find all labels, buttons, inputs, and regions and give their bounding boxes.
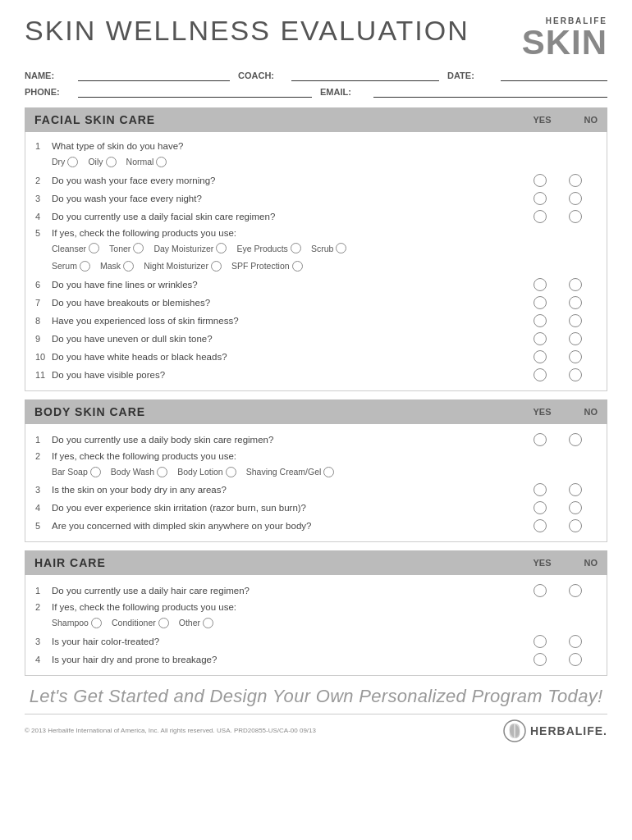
facial-q7-no[interactable] xyxy=(569,296,582,309)
mask-circle[interactable] xyxy=(123,261,134,272)
facial-q3-yes[interactable] xyxy=(534,192,547,205)
facial-q7-yes[interactable] xyxy=(534,296,547,309)
hair-no-label: NO xyxy=(584,558,598,568)
day-moisturizer-circle[interactable] xyxy=(216,243,227,253)
phone-label: PHONE: xyxy=(25,87,70,97)
page-title: SKIN WELLNESS EVALUATION xyxy=(25,16,469,44)
facial-q10-yes[interactable] xyxy=(534,350,547,363)
facial-q10-circles xyxy=(523,350,597,363)
body-q5-yes[interactable] xyxy=(534,519,547,532)
facial-q4-no[interactable] xyxy=(569,210,582,223)
facial-q4-circles xyxy=(523,210,597,223)
facial-q2-circles xyxy=(523,174,597,187)
body-q4-yes[interactable] xyxy=(534,501,547,514)
body-q4-no[interactable] xyxy=(569,501,582,514)
body-q3-yes[interactable] xyxy=(534,483,547,496)
facial-q5-products-row1: Cleanser Toner Day Moisturizer Eye Produ… xyxy=(35,240,597,258)
facial-q2-yes[interactable] xyxy=(534,174,547,187)
cleanser-circle[interactable] xyxy=(89,243,99,253)
facial-section: FACIAL SKIN CARE YES NO 1 What type of s… xyxy=(25,107,607,391)
form-row-phone: PHONE: EMAIL: xyxy=(25,86,607,98)
hair-q3: 3 Is your hair color-treated? xyxy=(35,632,597,651)
facial-q6-no[interactable] xyxy=(569,278,582,291)
bar-soap-circle[interactable] xyxy=(90,467,101,477)
hair-q2: 2 If yes, check the following products y… xyxy=(35,600,597,614)
hair-q3-no[interactable] xyxy=(569,635,582,648)
shampoo-circle[interactable] xyxy=(91,618,102,628)
body-q3-no[interactable] xyxy=(569,483,582,496)
hair-q1-circles xyxy=(523,584,597,597)
facial-q1-sub: Dry Oily Normal xyxy=(35,153,597,171)
conditioner-circle[interactable] xyxy=(158,618,169,628)
facial-q11-no[interactable] xyxy=(569,368,582,381)
dry-circle[interactable] xyxy=(67,157,78,167)
facial-q4: 4 Do you currently use a daily facial sk… xyxy=(35,208,597,226)
body-q3-circles xyxy=(523,483,597,496)
facial-yes-label: YES xyxy=(533,115,551,125)
normal-circle[interactable] xyxy=(156,157,167,167)
shaving-cream-circle[interactable] xyxy=(323,467,334,477)
facial-q5: 5 If yes, check the following products y… xyxy=(35,226,597,240)
body-q1-yes[interactable] xyxy=(534,433,547,446)
body-q5-no[interactable] xyxy=(569,519,582,532)
body-q5-circles xyxy=(523,519,597,532)
hair-q3-circles xyxy=(523,635,597,648)
facial-q10-no[interactable] xyxy=(569,350,582,363)
hair-q1-no[interactable] xyxy=(569,584,582,597)
body-q5: 5 Are you concerned with dimpled skin an… xyxy=(35,517,597,535)
page: SKIN WELLNESS EVALUATION HERBALIFE SKIN … xyxy=(0,0,632,840)
facial-q2-no[interactable] xyxy=(569,174,582,187)
spf-protection-circle[interactable] xyxy=(292,261,303,272)
facial-q6-yes[interactable] xyxy=(534,278,547,291)
body-no-label: NO xyxy=(584,407,598,417)
facial-q8-yes[interactable] xyxy=(534,314,547,327)
other-circle[interactable] xyxy=(203,618,213,628)
footer-tagline: Let's Get Started and Design Your Own Pe… xyxy=(25,686,607,707)
facial-q6-circles xyxy=(523,278,597,291)
body-lotion-circle[interactable] xyxy=(226,467,236,477)
toner-circle[interactable] xyxy=(133,243,144,253)
date-label: DATE: xyxy=(447,71,492,80)
body-yes-no-header: YES NO xyxy=(533,407,598,417)
hair-q3-yes[interactable] xyxy=(534,635,547,648)
facial-q5-products-row2: Serum Mask Night Moisturizer SPF Protect… xyxy=(35,258,597,276)
body-q4-circles xyxy=(523,501,597,514)
oily-circle[interactable] xyxy=(106,157,117,167)
facial-q11: 11 Do you have visible pores? xyxy=(35,366,597,384)
facial-q8-no[interactable] xyxy=(569,314,582,327)
facial-q7-circles xyxy=(523,296,597,309)
hair-q1-yes[interactable] xyxy=(534,584,547,597)
facial-section-body: 1 What type of skin do you have? Dry Oil… xyxy=(25,132,607,391)
serum-circle[interactable] xyxy=(80,261,90,272)
facial-q8: 8 Have you experienced loss of skin firm… xyxy=(35,312,597,330)
scrub-circle[interactable] xyxy=(336,243,346,253)
facial-q4-yes[interactable] xyxy=(534,210,547,223)
coach-label: COACH: xyxy=(238,71,283,80)
night-moisturizer-circle[interactable] xyxy=(211,261,222,272)
facial-q3-circles xyxy=(523,192,597,205)
body-q1-circles xyxy=(523,433,597,446)
facial-q9-no[interactable] xyxy=(569,332,582,345)
phone-line xyxy=(78,86,312,98)
body-section-body: 1 Do you currently use a daily body skin… xyxy=(25,424,607,543)
hair-section-header: HAIR CARE YES NO xyxy=(25,550,607,575)
facial-q11-yes[interactable] xyxy=(534,368,547,381)
email-line xyxy=(373,86,607,98)
body-wash-circle[interactable] xyxy=(157,467,167,477)
footer-logo: HERBALIFE. xyxy=(503,719,607,742)
facial-q9-yes[interactable] xyxy=(534,332,547,345)
footer-brand: HERBALIFE. xyxy=(530,724,607,737)
facial-q2: 2 Do you wash your face every morning? xyxy=(35,171,597,189)
facial-q3-no[interactable] xyxy=(569,192,582,205)
facial-q3: 3 Do you wash your face every night? xyxy=(35,189,597,208)
body-q2-products: Bar Soap Body Wash Body Lotion Shaving C… xyxy=(35,463,597,482)
body-title: BODY SKIN CARE xyxy=(34,405,145,418)
hair-q4-yes[interactable] xyxy=(534,653,547,666)
herbalife-leaf-icon xyxy=(503,719,526,742)
hair-q4-no[interactable] xyxy=(569,653,582,666)
form-fields: NAME: COACH: DATE: PHONE: EMAIL: xyxy=(25,70,607,98)
eye-products-circle[interactable] xyxy=(291,243,301,253)
hair-title: HAIR CARE xyxy=(34,556,106,569)
facial-q7: 7 Do you have breakouts or blemishes? xyxy=(35,294,597,312)
body-q1-no[interactable] xyxy=(569,433,582,446)
